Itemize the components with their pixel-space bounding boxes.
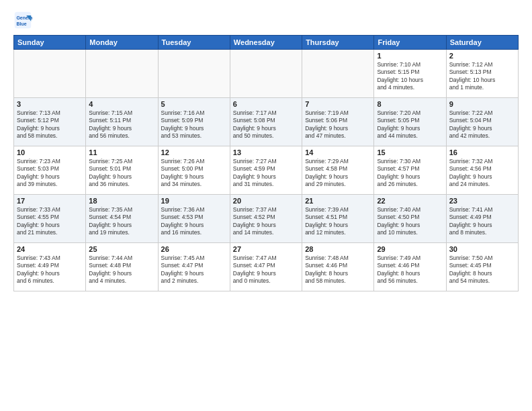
day-info: Sunrise: 7:45 AM Sunset: 4:47 PM Dayligh…	[161, 255, 227, 285]
calendar-cell: 27Sunrise: 7:47 AM Sunset: 4:47 PM Dayli…	[230, 243, 302, 291]
calendar-cell	[230, 50, 302, 98]
day-info: Sunrise: 7:37 AM Sunset: 4:52 PM Dayligh…	[233, 206, 299, 237]
calendar-header-row: SundayMondayTuesdayWednesdayThursdayFrid…	[14, 36, 519, 50]
day-info: Sunrise: 7:33 AM Sunset: 4:55 PM Dayligh…	[17, 206, 83, 237]
calendar-cell: 11Sunrise: 7:25 AM Sunset: 5:01 PM Dayli…	[86, 146, 158, 195]
day-info: Sunrise: 7:22 AM Sunset: 5:04 PM Dayligh…	[449, 109, 515, 140]
calendar-cell: 6Sunrise: 7:17 AM Sunset: 5:08 PM Daylig…	[230, 98, 302, 146]
calendar-cell: 19Sunrise: 7:36 AM Sunset: 4:53 PM Dayli…	[158, 195, 230, 243]
day-number: 24	[17, 245, 83, 253]
calendar-cell: 7Sunrise: 7:19 AM Sunset: 5:06 PM Daylig…	[302, 98, 374, 146]
day-number: 7	[305, 100, 371, 108]
calendar-cell: 2Sunrise: 7:12 AM Sunset: 5:13 PM Daylig…	[446, 50, 518, 98]
day-number: 21	[305, 197, 371, 205]
calendar-cell: 5Sunrise: 7:16 AM Sunset: 5:09 PM Daylig…	[158, 98, 230, 146]
calendar-cell: 12Sunrise: 7:26 AM Sunset: 5:00 PM Dayli…	[158, 146, 230, 195]
logo-icon: General Blue	[13, 11, 32, 30]
calendar-cell: 24Sunrise: 7:43 AM Sunset: 4:49 PM Dayli…	[14, 243, 86, 291]
day-info: Sunrise: 7:35 AM Sunset: 4:54 PM Dayligh…	[89, 206, 154, 237]
day-info: Sunrise: 7:43 AM Sunset: 4:49 PM Dayligh…	[17, 255, 83, 285]
calendar-cell: 13Sunrise: 7:27 AM Sunset: 4:59 PM Dayli…	[230, 146, 302, 195]
calendar-cell	[158, 50, 230, 98]
day-number: 18	[89, 197, 154, 205]
day-number: 23	[449, 197, 515, 205]
calendar-cell: 25Sunrise: 7:44 AM Sunset: 4:48 PM Dayli…	[86, 243, 158, 291]
day-info: Sunrise: 7:17 AM Sunset: 5:08 PM Dayligh…	[233, 109, 299, 140]
calendar-table: SundayMondayTuesdayWednesdayThursdayFrid…	[13, 35, 519, 291]
calendar-cell	[14, 50, 86, 98]
day-number: 15	[377, 148, 443, 156]
calendar-cell: 29Sunrise: 7:49 AM Sunset: 4:46 PM Dayli…	[374, 243, 446, 291]
day-number: 13	[233, 148, 299, 156]
svg-text:Blue: Blue	[16, 21, 26, 26]
day-info: Sunrise: 7:39 AM Sunset: 4:51 PM Dayligh…	[305, 206, 371, 237]
calendar-week-4: 17Sunrise: 7:33 AM Sunset: 4:55 PM Dayli…	[14, 195, 519, 243]
day-number: 22	[377, 197, 443, 205]
day-info: Sunrise: 7:15 AM Sunset: 5:11 PM Dayligh…	[89, 109, 154, 140]
day-number: 9	[449, 100, 515, 108]
day-info: Sunrise: 7:13 AM Sunset: 5:12 PM Dayligh…	[17, 109, 83, 140]
calendar-week-2: 3Sunrise: 7:13 AM Sunset: 5:12 PM Daylig…	[14, 98, 519, 146]
calendar-cell: 21Sunrise: 7:39 AM Sunset: 4:51 PM Dayli…	[302, 195, 374, 243]
day-info: Sunrise: 7:27 AM Sunset: 4:59 PM Dayligh…	[233, 158, 299, 189]
page: General Blue SundayMondayTuesdayWednesda…	[0, 0, 532, 411]
day-number: 11	[89, 148, 154, 156]
calendar-cell: 10Sunrise: 7:23 AM Sunset: 5:03 PM Dayli…	[14, 146, 86, 195]
calendar-cell: 20Sunrise: 7:37 AM Sunset: 4:52 PM Dayli…	[230, 195, 302, 243]
calendar-cell: 17Sunrise: 7:33 AM Sunset: 4:55 PM Dayli…	[14, 195, 86, 243]
day-info: Sunrise: 7:40 AM Sunset: 4:50 PM Dayligh…	[377, 206, 443, 237]
calendar-cell: 1Sunrise: 7:10 AM Sunset: 5:15 PM Daylig…	[374, 50, 446, 98]
day-info: Sunrise: 7:36 AM Sunset: 4:53 PM Dayligh…	[161, 206, 227, 237]
weekday-header-tuesday: Tuesday	[158, 36, 230, 50]
calendar-cell: 23Sunrise: 7:41 AM Sunset: 4:49 PM Dayli…	[446, 195, 518, 243]
day-info: Sunrise: 7:32 AM Sunset: 4:56 PM Dayligh…	[449, 158, 515, 189]
day-number: 6	[233, 100, 299, 108]
day-info: Sunrise: 7:25 AM Sunset: 5:01 PM Dayligh…	[89, 158, 154, 189]
day-number: 26	[161, 245, 227, 253]
day-number: 17	[17, 197, 83, 205]
day-number: 5	[161, 100, 227, 108]
calendar-cell: 28Sunrise: 7:48 AM Sunset: 4:46 PM Dayli…	[302, 243, 374, 291]
calendar-cell: 30Sunrise: 7:50 AM Sunset: 4:45 PM Dayli…	[446, 243, 518, 291]
logo: General Blue	[13, 11, 35, 30]
weekday-header-wednesday: Wednesday	[230, 36, 302, 50]
day-info: Sunrise: 7:48 AM Sunset: 4:46 PM Dayligh…	[305, 255, 371, 285]
day-info: Sunrise: 7:16 AM Sunset: 5:09 PM Dayligh…	[161, 109, 227, 140]
day-info: Sunrise: 7:23 AM Sunset: 5:03 PM Dayligh…	[17, 158, 83, 189]
day-info: Sunrise: 7:47 AM Sunset: 4:47 PM Dayligh…	[233, 255, 299, 285]
calendar-cell	[86, 50, 158, 98]
calendar-cell: 4Sunrise: 7:15 AM Sunset: 5:11 PM Daylig…	[86, 98, 158, 146]
weekday-header-sunday: Sunday	[14, 36, 86, 50]
day-number: 25	[89, 245, 154, 253]
day-info: Sunrise: 7:41 AM Sunset: 4:49 PM Dayligh…	[449, 206, 515, 237]
day-info: Sunrise: 7:12 AM Sunset: 5:13 PM Dayligh…	[449, 61, 515, 92]
calendar-cell	[302, 50, 374, 98]
day-number: 3	[17, 100, 83, 108]
calendar-cell: 3Sunrise: 7:13 AM Sunset: 5:12 PM Daylig…	[14, 98, 86, 146]
weekday-header-saturday: Saturday	[446, 36, 518, 50]
day-number: 10	[17, 148, 83, 156]
day-info: Sunrise: 7:49 AM Sunset: 4:46 PM Dayligh…	[377, 255, 443, 285]
day-number: 12	[161, 148, 227, 156]
day-number: 20	[233, 197, 299, 205]
day-info: Sunrise: 7:19 AM Sunset: 5:06 PM Dayligh…	[305, 109, 371, 140]
day-info: Sunrise: 7:50 AM Sunset: 4:45 PM Dayligh…	[449, 255, 515, 285]
calendar-week-3: 10Sunrise: 7:23 AM Sunset: 5:03 PM Dayli…	[14, 146, 519, 195]
day-number: 28	[305, 245, 371, 253]
weekday-header-thursday: Thursday	[302, 36, 374, 50]
day-number: 8	[377, 100, 443, 108]
calendar-week-5: 24Sunrise: 7:43 AM Sunset: 4:49 PM Dayli…	[14, 243, 519, 291]
day-number: 1	[377, 52, 443, 60]
day-number: 14	[305, 148, 371, 156]
weekday-header-friday: Friday	[374, 36, 446, 50]
day-number: 16	[449, 148, 515, 156]
day-number: 2	[449, 52, 515, 60]
day-info: Sunrise: 7:26 AM Sunset: 5:00 PM Dayligh…	[161, 158, 227, 189]
day-number: 30	[449, 245, 515, 253]
calendar-cell: 14Sunrise: 7:29 AM Sunset: 4:58 PM Dayli…	[302, 146, 374, 195]
weekday-header-monday: Monday	[86, 36, 158, 50]
calendar-cell: 16Sunrise: 7:32 AM Sunset: 4:56 PM Dayli…	[446, 146, 518, 195]
day-number: 27	[233, 245, 299, 253]
calendar-week-1: 1Sunrise: 7:10 AM Sunset: 5:15 PM Daylig…	[14, 50, 519, 98]
day-number: 29	[377, 245, 443, 253]
